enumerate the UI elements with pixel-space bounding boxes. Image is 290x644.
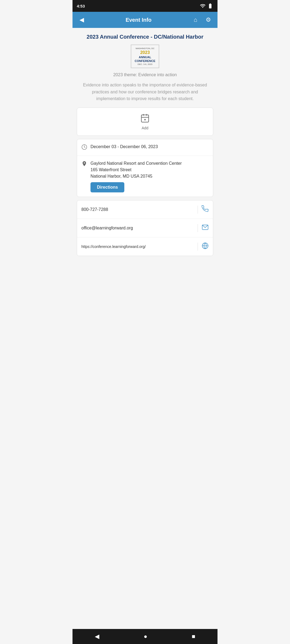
- email-address: office@learningforward.org: [81, 226, 194, 230]
- add-label: Add: [142, 126, 148, 130]
- logo-annual: ANNUAL: [139, 56, 151, 59]
- phone-icon[interactable]: [202, 205, 209, 214]
- date-range-text: December 03 - December 06, 2023: [90, 144, 209, 150]
- venue-street: 165 Waterfront Street: [90, 167, 209, 173]
- logo-top-text: WASHINGTON, DC: [136, 47, 155, 50]
- venue-row: Gaylord National Resort and Convention C…: [77, 156, 213, 197]
- phone-row[interactable]: 800-727-7288: [77, 200, 213, 219]
- nav-recents-button[interactable]: ■: [185, 631, 202, 642]
- back-button[interactable]: ◀: [77, 16, 86, 23]
- header-title: Event Info: [86, 17, 191, 23]
- email-icon[interactable]: [202, 224, 209, 232]
- battery-icon: [207, 3, 213, 9]
- logo-area: WASHINGTON, DC 2023 ANNUAL CONFERENCE DE…: [77, 45, 213, 68]
- location-icon: [81, 161, 87, 168]
- add-to-calendar-card[interactable]: Add: [77, 108, 213, 136]
- conference-title: 2023 Annual Conference - DC/National Har…: [77, 33, 213, 40]
- conference-logo: WASHINGTON, DC 2023 ANNUAL CONFERENCE DE…: [131, 45, 159, 68]
- description-text: Evidence into action speaks to the impor…: [77, 82, 213, 102]
- main-content: 2023 Annual Conference - DC/National Har…: [73, 28, 218, 629]
- logo-date: DEC. 3-6, 2023: [137, 63, 152, 65]
- clock-icon: [81, 144, 87, 151]
- phone-number: 800-727-7288: [81, 207, 194, 212]
- svg-rect-0: [142, 115, 149, 122]
- venue-city: National Harbor, MD USA 20745: [90, 173, 209, 180]
- globe-icon[interactable]: [202, 242, 209, 251]
- venue-info: Gaylord National Resort and Convention C…: [90, 160, 209, 192]
- logo-conference: CONFERENCE: [135, 59, 155, 63]
- venue-name: Gaylord National Resort and Convention C…: [90, 160, 209, 167]
- date-venue-card: December 03 - December 06, 2023 Gaylord …: [77, 139, 213, 197]
- add-card-content[interactable]: Add: [77, 108, 213, 136]
- wifi-icon: [200, 3, 206, 9]
- email-row[interactable]: office@learningforward.org: [77, 219, 213, 237]
- status-icons: [200, 3, 213, 9]
- status-bar: 4:53: [73, 0, 218, 12]
- settings-button[interactable]: ⚙: [204, 16, 213, 23]
- logo-year: 2023: [140, 50, 150, 55]
- theme-text: 2023 theme: Evidence into action: [77, 72, 213, 77]
- divider: [198, 224, 198, 232]
- status-time: 4:53: [77, 4, 85, 8]
- nav-home-button[interactable]: ●: [137, 631, 154, 642]
- nav-back-button[interactable]: ◀: [88, 631, 106, 642]
- divider: [198, 243, 198, 251]
- bottom-navigation: ◀ ● ■: [73, 629, 218, 644]
- divider: [198, 206, 198, 214]
- date-row: December 03 - December 06, 2023: [77, 139, 213, 156]
- app-header: ◀ Event Info ⌂ ⚙: [73, 12, 218, 28]
- website-row[interactable]: https://conference.learningforward.org/: [77, 237, 213, 256]
- directions-button[interactable]: Directions: [90, 182, 124, 192]
- calendar-add-icon: [140, 113, 150, 125]
- contact-card: 800-727-7288 office@learningforward.org …: [77, 200, 213, 256]
- home-button[interactable]: ⌂: [191, 16, 200, 23]
- website-url: https://conference.learningforward.org/: [81, 244, 194, 249]
